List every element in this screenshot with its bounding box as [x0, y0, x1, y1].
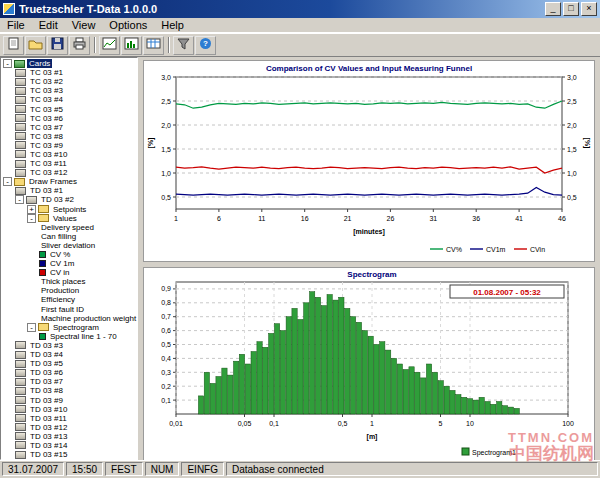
app-icon	[3, 3, 15, 15]
line-chart-button[interactable]	[99, 36, 120, 55]
table-icon	[146, 37, 161, 53]
line-chart-icon	[102, 37, 117, 53]
series-color-marker	[39, 269, 46, 276]
svg-text:Spectrogram: Spectrogram	[347, 270, 396, 279]
new-document-icon	[6, 37, 21, 53]
tree-item[interactable]: TC 03 #9	[1, 141, 137, 150]
tree-item[interactable]: TC 03 #7	[1, 123, 137, 132]
svg-text:2,5: 2,5	[567, 98, 577, 105]
save-button[interactable]	[47, 36, 68, 55]
tree-item[interactable]: TD 03 #5	[1, 359, 137, 368]
tree-item[interactable]: TD 03 #14	[1, 441, 137, 450]
expand-icon[interactable]: +	[27, 205, 36, 214]
tree-item[interactable]: Spectral line 1 - 70	[1, 332, 137, 341]
tree-item[interactable]: TD 03 #8	[1, 386, 137, 395]
tree-item[interactable]: TC 03 #5	[1, 104, 137, 113]
tree-item[interactable]: CV 1m	[1, 259, 137, 268]
svg-text:[m]: [m]	[367, 433, 378, 441]
tree: -CardsTC 03 #1TC 03 #2TC 03 #3TC 03 #4TC…	[0, 57, 138, 460]
tree-item[interactable]: Can filling	[1, 232, 137, 241]
tree-item[interactable]: TD 03 #11	[1, 414, 137, 423]
tree-item[interactable]: TC 03 #11	[1, 159, 137, 168]
tree-item[interactable]: TD 03 #9	[1, 395, 137, 404]
tree-item[interactable]: CV in	[1, 268, 137, 277]
tree-item[interactable]: Production	[1, 286, 137, 295]
tree-item[interactable]: Thick places	[1, 277, 137, 286]
tree-item[interactable]: TC 03 #12	[1, 168, 137, 177]
tree-item[interactable]: Efficiency	[1, 295, 137, 304]
tree-item[interactable]: Delivery speed	[1, 223, 137, 232]
svg-text:2,0: 2,0	[161, 122, 171, 129]
tree-item[interactable]: -Cards	[1, 59, 137, 68]
series-color-marker	[39, 333, 46, 340]
tree-item[interactable]: -TD 03 #2	[1, 195, 137, 204]
tree-item[interactable]: Sliver deviation	[1, 241, 137, 250]
collapse-icon[interactable]: -	[3, 177, 12, 186]
tree-item[interactable]: TD 03 #3	[1, 341, 137, 350]
collapse-icon[interactable]: -	[15, 195, 24, 204]
funnel-button[interactable]	[173, 36, 194, 55]
maximize-button[interactable]: □	[563, 2, 579, 16]
tree-item[interactable]: -Draw Frames	[1, 177, 137, 186]
menu-edit[interactable]: Edit	[32, 19, 65, 31]
tree-item-label: TD 03 #2	[39, 195, 76, 204]
print-button[interactable]	[69, 36, 90, 55]
print-icon	[72, 37, 87, 53]
tree-item[interactable]: TD 03 #13	[1, 432, 137, 441]
svg-text:41: 41	[515, 215, 523, 222]
menu-file[interactable]: File	[0, 19, 32, 31]
svg-text:36: 36	[472, 215, 480, 222]
save-icon	[50, 37, 65, 53]
tree-item[interactable]: +Setpoints	[1, 205, 137, 214]
menu-help[interactable]: Help	[154, 19, 191, 31]
tree-item[interactable]: -Spectrogram	[1, 323, 137, 332]
tree-item-label: Setpoints	[51, 205, 88, 214]
bar-chart-button[interactable]	[121, 36, 142, 55]
collapse-icon[interactable]: -	[27, 323, 36, 332]
table-button[interactable]	[143, 36, 164, 55]
menu-options[interactable]: Options	[102, 19, 154, 31]
tree-item[interactable]: TD 03 #10	[1, 405, 137, 414]
svg-text:0,5: 0,5	[161, 194, 171, 201]
status-flag-num: NUM	[145, 462, 180, 476]
minimize-button[interactable]: _	[545, 2, 561, 16]
tree-item-label: Spectral line 1 - 70	[48, 332, 119, 341]
tree-item[interactable]: TD 03 #1	[1, 186, 137, 195]
machine-icon	[15, 423, 26, 431]
tree-item[interactable]: -Values	[1, 214, 137, 223]
new-document-button[interactable]	[3, 36, 24, 55]
tree-item[interactable]: TC 03 #4	[1, 95, 137, 104]
svg-text:0,5: 0,5	[567, 194, 577, 201]
tree-item[interactable]: TC 03 #3	[1, 86, 137, 95]
tree-item[interactable]: TD 03 #6	[1, 368, 137, 377]
tree-item[interactable]: CV %	[1, 250, 137, 259]
tree-item[interactable]: Machine production weight	[1, 314, 137, 323]
tree-item-label: TC 03 #7	[28, 123, 65, 132]
machine-icon	[15, 87, 26, 95]
tree-item[interactable]: First fault ID	[1, 305, 137, 314]
collapse-icon[interactable]: -	[3, 59, 12, 68]
svg-text:21: 21	[344, 215, 352, 222]
tree-item[interactable]: TC 03 #8	[1, 132, 137, 141]
tree-item-label: Values	[51, 214, 79, 223]
tree-item[interactable]: TD 03 #12	[1, 423, 137, 432]
tree-item-label: TD 03 #11	[28, 414, 69, 423]
machine-icon	[15, 414, 26, 422]
help-button[interactable]: ?	[195, 36, 216, 55]
open-folder-button[interactable]	[25, 36, 46, 55]
tree-item-label: Cards	[27, 59, 52, 68]
svg-text:26: 26	[387, 215, 395, 222]
tree-item[interactable]: TD 03 #4	[1, 350, 137, 359]
tree-item[interactable]: TC 03 #2	[1, 77, 137, 86]
menu-view[interactable]: View	[65, 19, 103, 31]
tree-item[interactable]: TC 03 #6	[1, 114, 137, 123]
collapse-icon[interactable]: -	[27, 214, 36, 223]
tree-item[interactable]: TD 03 #7	[1, 377, 137, 386]
tree-item[interactable]: TC 03 #10	[1, 150, 137, 159]
svg-text:0,8: 0,8	[161, 299, 171, 306]
tree-item[interactable]: TD 03 #15	[1, 450, 137, 459]
tree-item-label: Can filling	[39, 232, 78, 241]
tree-item-label: TD 03 #5	[28, 359, 65, 368]
tree-item[interactable]: TC 03 #1	[1, 68, 137, 77]
close-button[interactable]: ×	[581, 2, 597, 16]
